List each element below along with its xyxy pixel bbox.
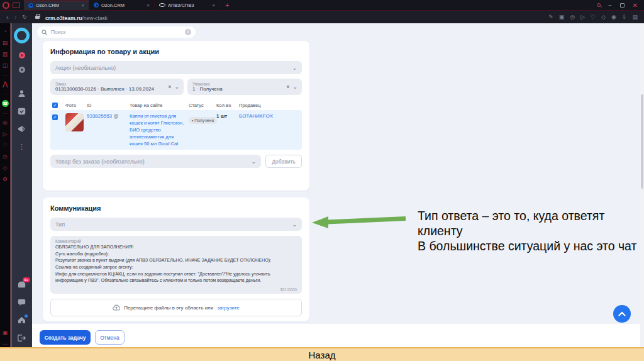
add-button[interactable]: Добавить: [265, 155, 302, 168]
snapshot-icon[interactable]: ▣: [3, 330, 8, 336]
browser-logo-icon[interactable]: [3, 2, 9, 9]
chevron-up-icon: [618, 311, 626, 316]
reload-icon[interactable]: ↻: [22, 14, 27, 21]
screenshot-root: Ozon.CRM × Ozon.CRM × АПВЗ/СПВЗ × + – ✕ …: [0, 0, 644, 361]
heart-icon[interactable]: ♡: [3, 142, 8, 148]
browser-tab[interactable]: АПВЗ/СПВЗ ×: [155, 1, 220, 10]
more-icon[interactable]: ⋯: [3, 341, 8, 347]
play-icon[interactable]: ▷: [3, 131, 8, 137]
restore-button[interactable]: [620, 3, 625, 8]
history-icon[interactable]: ◷: [3, 153, 8, 160]
divider: —: [3, 112, 8, 114]
product-id-link[interactable]: 533825553: [87, 113, 130, 119]
grid-icon[interactable]: ◫: [3, 62, 8, 69]
no-order-product-select[interactable]: Товар без заказа (необязательно) ⌄: [50, 155, 261, 168]
browser-tab-active[interactable]: Ozon.CRM ×: [24, 1, 89, 10]
scroll-to-top-button[interactable]: [613, 305, 631, 323]
search-icon: [42, 30, 47, 35]
chevron-down-icon: ⌄: [251, 158, 256, 165]
close-button[interactable]: ✕: [633, 3, 638, 8]
url-path: /new-ctask: [82, 15, 108, 21]
target-icon[interactable]: ◎: [3, 119, 8, 126]
sidebar-toggle-icon[interactable]: [13, 3, 20, 8]
profile-icon[interactable]: ◉: [611, 14, 616, 20]
panels-icon[interactable]: ▤: [632, 14, 638, 20]
send-icon[interactable]: ▷: [580, 14, 585, 20]
feedback-icon[interactable]: [18, 298, 26, 306]
status-badge: • Получена: [189, 117, 217, 124]
settings-gear-icon[interactable]: ⚙: [3, 176, 8, 182]
select-all-checkbox[interactable]: ✓: [52, 103, 58, 108]
box-icon[interactable]: ▤: [3, 40, 8, 46]
seller-link[interactable]: БОТАНИКFOX: [239, 113, 302, 119]
whatsapp-icon[interactable]: ☎: [2, 100, 9, 107]
browser-search-icon[interactable]: [597, 3, 601, 7]
url-domain: crm.o3team.ru: [45, 15, 82, 21]
annotation-arrow-icon: [312, 215, 408, 229]
product-photo[interactable]: [65, 113, 84, 131]
upload-link[interactable]: загрузите: [217, 305, 240, 311]
more-dots-icon[interactable]: ⋮: [18, 142, 26, 150]
notification-badge: 9+: [23, 277, 30, 282]
scrollbar-thumb[interactable]: [641, 94, 643, 189]
home-icon[interactable]: [18, 316, 26, 324]
row-checkbox[interactable]: ✓: [52, 114, 58, 120]
gx-logo-icon[interactable]: ⋀: [3, 81, 8, 87]
browser-side-rail: ◔ ▤ ▥ ◫ — ⋀ — ☎ — ◎ ▷ ♡ ◷ ◇ ⚙ ▣ ⋯: [0, 23, 11, 347]
tasks-icon[interactable]: [18, 107, 26, 115]
cube-icon[interactable]: ◇: [601, 14, 606, 20]
cancel-button[interactable]: Отмена: [95, 330, 125, 345]
table-row[interactable]: ✓ 533825553 Капли от глистов для кошек и…: [50, 110, 302, 150]
clear-icon[interactable]: ×: [168, 84, 171, 90]
copy-icon[interactable]: [114, 114, 118, 119]
char-counter: 361/2000: [280, 287, 297, 292]
order-select[interactable]: Заказ 0131300830-0126 · Выполнен · 13.09…: [50, 79, 184, 95]
ozon-logo[interactable]: [14, 28, 30, 43]
package-select[interactable]: Упаковка 1 · Получена ×⌄: [187, 79, 302, 95]
screenshot-icon[interactable]: ▣: [559, 14, 565, 20]
file-dropzone[interactable]: Перетащите файлы в эту область или загру…: [50, 299, 302, 316]
search-placeholder: Поиск: [51, 29, 181, 35]
window-controls: – ✕: [597, 3, 644, 8]
info-icon[interactable]: i: [185, 29, 191, 35]
communication-card: Коммуникация Тип ⌄ Комментарий ОБЯЗАТЕЛЬ…: [43, 197, 309, 321]
upload-cloud-icon: [113, 304, 120, 311]
back-icon[interactable]: ‹: [6, 14, 9, 21]
create-task-button[interactable]: Создать задачу: [40, 330, 91, 345]
tab-close-icon[interactable]: ×: [212, 3, 215, 8]
cube-icon[interactable]: ◇: [3, 165, 8, 171]
divider: —: [3, 74, 8, 76]
chevron-down-icon: ⌄: [292, 65, 297, 71]
profile-icon[interactable]: [18, 89, 26, 97]
card-title: Информация по товару и акции: [50, 48, 302, 55]
url-text[interactable]: crm.o3team.ru/new-ctask: [45, 11, 108, 23]
chevron-down-icon: ⌄: [174, 84, 179, 90]
page-scrollbar[interactable]: [640, 23, 644, 347]
orders-badge-icon[interactable]: 9+: [18, 280, 26, 289]
search-input[interactable]: Поиск i: [37, 26, 196, 38]
red-status-dot-icon[interactable]: [19, 52, 25, 58]
gray-status-dot-icon[interactable]: [19, 67, 25, 73]
slide-caption-bar: Назад: [0, 347, 644, 361]
browser-tab[interactable]: Ozon.CRM ×: [89, 1, 155, 10]
target-icon[interactable]: ◎: [570, 14, 575, 20]
ellipse-favicon-icon: [159, 3, 165, 7]
heart-icon[interactable]: ♡: [591, 14, 596, 20]
share-icon[interactable]: ✎: [548, 14, 553, 20]
speed-dial-icon[interactable]: ◔: [3, 28, 6, 35]
promo-select[interactable]: Акция (необязательно) ⌄: [50, 61, 302, 74]
logout-icon[interactable]: [18, 334, 26, 342]
minimize-button[interactable]: –: [609, 3, 612, 8]
monitor-icon[interactable]: ▥: [3, 51, 8, 57]
tab-label: Ozon.CRM: [36, 3, 79, 8]
download-icon[interactable]: ⇩: [622, 14, 627, 20]
announce-icon[interactable]: [18, 125, 26, 133]
tab-close-icon[interactable]: ×: [81, 3, 84, 8]
clear-icon[interactable]: ×: [286, 84, 289, 90]
product-title-link[interactable]: Капли от глистов для кошек и котят Глист…: [130, 113, 189, 147]
type-select[interactable]: Тип ⌄: [50, 218, 302, 231]
forward-icon[interactable]: ›: [14, 14, 17, 21]
new-tab-button[interactable]: +: [225, 2, 229, 8]
comment-textarea[interactable]: Комментарий ОБЯЗАТЕЛЬНО ДЛЯ ЗАПОЛНЕНИЯ! …: [50, 236, 302, 294]
tab-close-icon[interactable]: ×: [147, 3, 150, 8]
